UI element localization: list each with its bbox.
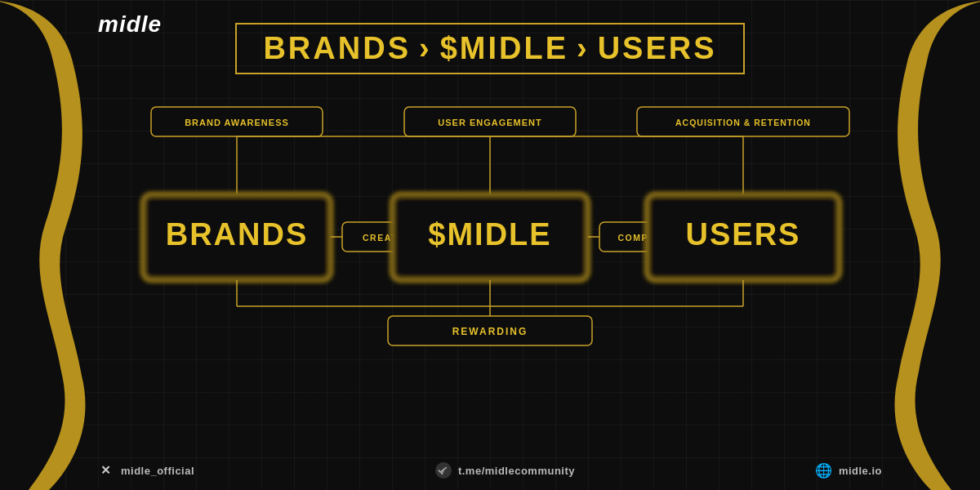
telegram-link: t.me/midlecommunity — [458, 465, 575, 477]
website-icon: 🌐 — [816, 462, 832, 479]
title-token: $MIDLE — [440, 31, 568, 66]
diagram: BRAND AWARENESS USER ENGAGEMENT ACQUISIT… — [98, 92, 882, 354]
footer-telegram: t.me/midlecommunity — [435, 462, 575, 479]
arrow-1: › — [419, 31, 432, 66]
svg-text:REWARDING: REWARDING — [452, 326, 528, 337]
arrow-2: › — [577, 31, 590, 66]
telegram-icon — [435, 462, 452, 479]
title-users: USERS — [598, 31, 717, 66]
twitter-handle: midle_official — [121, 465, 194, 477]
svg-text:USER ENGAGEMENT: USER ENGAGEMENT — [438, 118, 541, 127]
main-content: BRANDS › $MIDLE › USERS BRAND AWAREN — [0, 0, 980, 490]
title-brands: BRANDS — [263, 31, 411, 66]
website-url: midle.io — [839, 465, 882, 477]
svg-text:USERS: USERS — [686, 217, 801, 252]
main-title: BRANDS › $MIDLE › USERS — [235, 23, 744, 74]
svg-text:BRAND AWARENESS: BRAND AWARENESS — [185, 118, 289, 127]
footer-website: 🌐 midle.io — [816, 462, 882, 479]
twitter-icon: ✕ — [98, 462, 114, 479]
footer: ✕ midle_official t.me/midlecommunity 🌐 m… — [0, 462, 980, 479]
footer-twitter: ✕ midle_official — [98, 462, 194, 479]
svg-text:BRANDS: BRANDS — [166, 217, 309, 252]
svg-text:ACQUISITION & RETENTION: ACQUISITION & RETENTION — [675, 118, 811, 127]
svg-text:$MIDLE: $MIDLE — [428, 217, 551, 252]
diagram-svg: BRAND AWARENESS USER ENGAGEMENT ACQUISIT… — [98, 92, 882, 354]
